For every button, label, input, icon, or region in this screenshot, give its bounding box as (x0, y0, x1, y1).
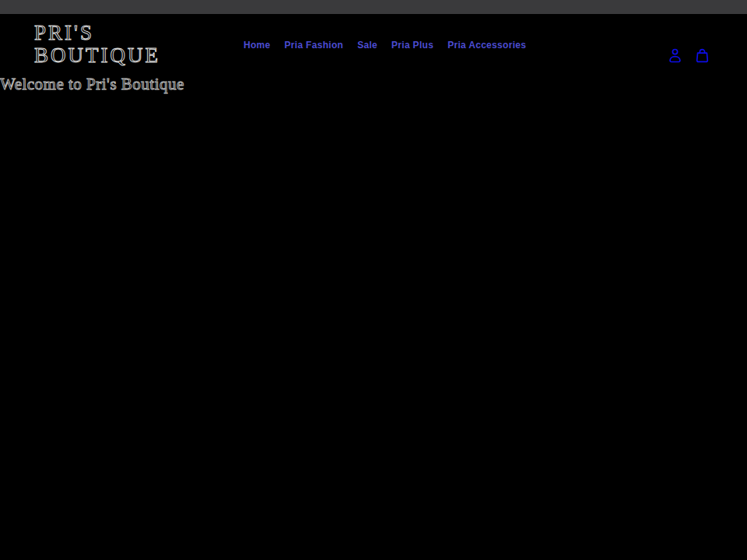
cart-bag-icon[interactable] (695, 47, 710, 64)
header-icon-group (668, 47, 710, 64)
account-icon[interactable] (668, 47, 682, 64)
nav-link-pria-accessories[interactable]: Pria Accessories (447, 40, 526, 51)
main-nav: Home Pria Fashion Sale Pria Plus Pria Ac… (244, 40, 526, 51)
nav-link-pria-plus[interactable]: Pria Plus (391, 40, 433, 51)
nav-link-pria-fashion[interactable]: Pria Fashion (285, 40, 344, 51)
store-logo[interactable]: PRI'S BOUTIQUE (34, 22, 160, 67)
storefront-page: PRI'S BOUTIQUE Home Pria Fashion Sale Pr… (0, 0, 747, 560)
nav-link-home[interactable]: Home (244, 40, 271, 51)
nav-link-sale[interactable]: Sale (357, 40, 377, 51)
store-logo-line1: PRI'S (34, 22, 160, 44)
welcome-heading: Welcome to Pri's Boutique (0, 75, 184, 94)
window-top-bar (0, 0, 747, 14)
store-logo-line2: BOUTIQUE (34, 44, 160, 67)
